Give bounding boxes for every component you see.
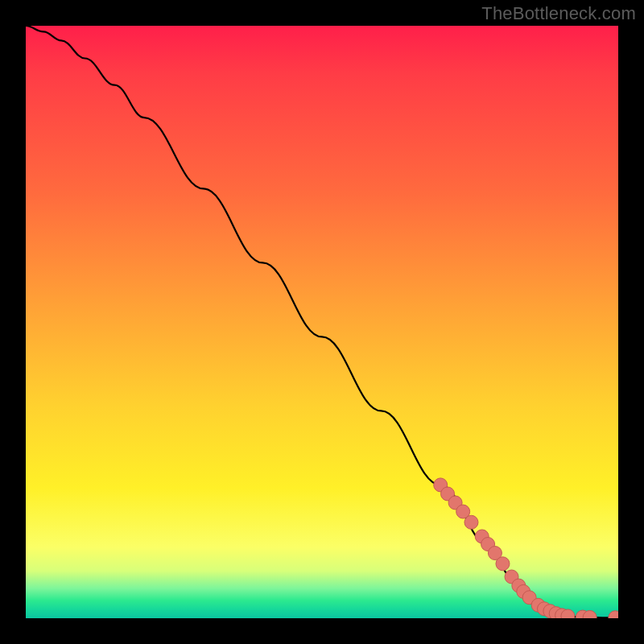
- data-marker: [464, 515, 478, 529]
- data-marker: [496, 557, 510, 571]
- chart-stage: TheBottleneck.com: [0, 0, 644, 644]
- plot-area: [26, 26, 618, 618]
- data-marker: [609, 611, 618, 618]
- curve-layer: [26, 26, 618, 618]
- bottleneck-curve: [26, 26, 618, 617]
- data-markers: [434, 478, 618, 618]
- attribution-text: TheBottleneck.com: [481, 3, 636, 24]
